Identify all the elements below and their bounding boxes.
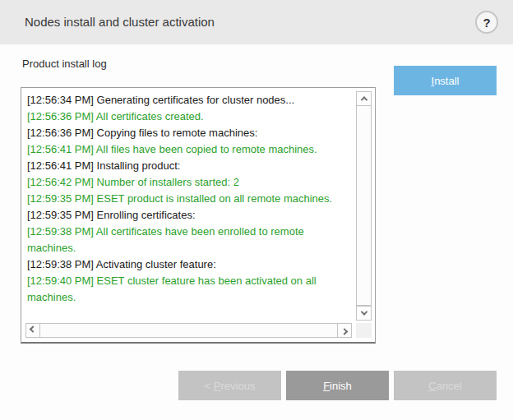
dialog-title: Nodes install and cluster activation <box>25 0 215 44</box>
log-line: [12:59:38 PM] All certificates have been… <box>27 224 350 240</box>
log-line: machines. <box>27 240 350 256</box>
cancel-button-label: ancel <box>437 380 462 392</box>
scroll-up-button[interactable] <box>356 91 372 106</box>
horizontal-scrollbar[interactable] <box>25 323 352 338</box>
log-line: [12:56:41 PM] Installing product: <box>27 158 350 174</box>
log-line: [12:56:36 PM] All certificates created. <box>27 108 350 125</box>
log-lines: [12:56:34 PM] Generating certificates fo… <box>27 92 350 306</box>
vertical-scrollbar-thumb[interactable] <box>356 106 372 306</box>
horizontal-scrollbar-thumb[interactable] <box>40 323 337 338</box>
cancel-button[interactable]: Cancel <box>394 371 497 400</box>
log-line: [12:59:40 PM] ESET cluster feature has b… <box>27 273 350 289</box>
help-button[interactable]: ? <box>475 11 498 34</box>
install-log-box[interactable]: [12:56:34 PM] Generating certificates fo… <box>21 87 376 344</box>
chevron-left-icon <box>30 325 36 332</box>
install-button-label: nstall <box>434 75 459 87</box>
vertical-scrollbar[interactable] <box>356 91 372 321</box>
scrollbar-corner <box>356 323 372 338</box>
log-line: [12:56:34 PM] Generating certificates fo… <box>27 92 350 108</box>
log-line: [12:56:36 PM] Copying files to remote ma… <box>27 125 350 141</box>
finish-button-accel: F <box>323 380 330 392</box>
scroll-down-button[interactable] <box>356 306 372 321</box>
chevron-up-icon <box>360 96 367 103</box>
dialog-window: Nodes install and cluster activation ? P… <box>0 0 513 420</box>
scroll-right-button[interactable] <box>337 323 352 338</box>
install-button[interactable]: Install <box>394 66 497 95</box>
log-label: Product install log <box>22 58 107 70</box>
header-bar: Nodes install and cluster activation ? <box>0 0 513 44</box>
finish-button-label: inish <box>330 380 352 392</box>
log-line: [12:59:35 PM] Enrolling certificates: <box>27 207 350 224</box>
log-line: [12:56:42 PM] Number of installers start… <box>27 174 350 191</box>
chevron-right-icon <box>341 328 348 335</box>
scroll-left-button[interactable] <box>25 323 40 338</box>
cancel-button-accel: C <box>428 380 436 392</box>
log-line: [12:59:38 PM] Activating cluster feature… <box>27 256 350 273</box>
log-line: [12:56:41 PM] All files have been copied… <box>27 141 350 158</box>
previous-button-prefix: < <box>205 380 214 392</box>
question-mark-icon: ? <box>483 16 490 29</box>
previous-button-label: revious <box>220 380 255 392</box>
log-line: machines. <box>27 289 350 306</box>
finish-button[interactable]: Finish <box>286 371 389 400</box>
log-line: [12:59:35 PM] ESET product is installed … <box>27 191 350 207</box>
chevron-down-icon <box>360 308 367 315</box>
previous-button[interactable]: < Previous <box>178 371 281 400</box>
